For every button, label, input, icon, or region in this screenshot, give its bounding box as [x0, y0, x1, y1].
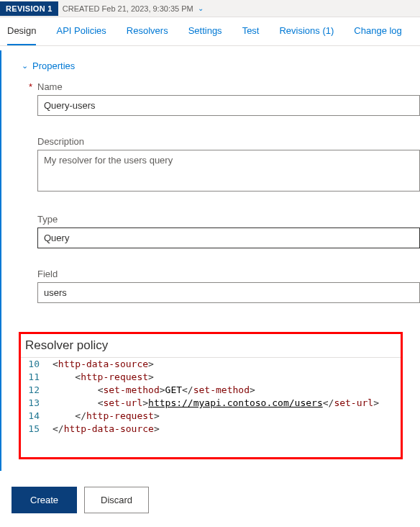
name-row: * Name [37, 81, 420, 116]
code-content: <set-url>https://myapi.contoso.com/users… [52, 397, 379, 410]
resolver-policy-title: Resolver policy [21, 338, 401, 357]
button-bar: Create Discard [0, 471, 420, 513]
properties-label: Properties [32, 60, 75, 71]
tab-resolvers[interactable]: Resolvers [127, 17, 168, 45]
tab-api-policies[interactable]: API Policies [56, 17, 106, 45]
code-content: <http-data-source> [52, 358, 154, 371]
required-asterisk-icon: * [29, 81, 32, 92]
chevron-down-icon[interactable]: ⌄ [193, 4, 204, 12]
line-number: 14 [21, 410, 52, 423]
revision-badge: REVISION 1 [0, 1, 58, 16]
chevron-down-icon: ⌄ [22, 61, 28, 71]
tab-test[interactable]: Test [242, 17, 260, 45]
name-input[interactable] [37, 95, 420, 116]
description-textarea[interactable]: My resolver for the users query [37, 150, 420, 192]
properties-form: * Name Description My resolver for the u… [1, 81, 420, 303]
line-number: 13 [21, 397, 52, 410]
description-label: Description [37, 136, 420, 147]
code-content: <http-request> [52, 371, 154, 384]
code-line: 14 </http-request> [21, 410, 401, 423]
code-content: </http-request> [52, 410, 160, 423]
code-line: 13 <set-url>https://myapi.contoso.com/us… [21, 397, 401, 410]
field-label: Field [37, 269, 420, 279]
code-editor[interactable]: 10 <http-data-source> 11 <http-request> … [21, 357, 401, 436]
line-number: 11 [21, 371, 52, 384]
code-line: 11 <http-request> [21, 371, 401, 384]
resolver-policy-highlight: Resolver policy 10 <http-data-source> 11… [19, 332, 403, 459]
line-number: 12 [21, 384, 52, 397]
tab-settings[interactable]: Settings [188, 17, 222, 45]
tab-change-log[interactable]: Change log [354, 17, 402, 45]
code-line: 15 </http-data-source> [21, 423, 401, 436]
content-panel: ⌄ Properties * Name Description My resol… [0, 50, 420, 471]
line-number: 15 [21, 423, 52, 436]
tabs: Design API Policies Resolvers Settings T… [0, 17, 420, 46]
type-select[interactable] [37, 228, 420, 248]
code-line: 10 <http-data-source> [21, 358, 401, 371]
line-number: 10 [21, 358, 52, 371]
code-content: <set-method>GET</set-method> [52, 384, 255, 397]
properties-section-header[interactable]: ⌄ Properties [1, 60, 420, 71]
description-row: Description My resolver for the users qu… [37, 136, 420, 194]
tab-design[interactable]: Design [7, 17, 36, 45]
field-select[interactable] [37, 282, 420, 303]
type-row: Type [37, 214, 420, 248]
name-label: Name [37, 81, 420, 92]
field-row: Field [37, 269, 420, 303]
revision-bar: REVISION 1 CREATED Feb 21, 2023, 9:30:35… [0, 0, 420, 17]
code-line: 12 <set-method>GET</set-method> [21, 384, 401, 397]
code-content: </http-data-source> [52, 423, 160, 436]
tab-revisions[interactable]: Revisions (1) [279, 17, 334, 45]
discard-button[interactable]: Discard [84, 487, 149, 513]
type-label: Type [37, 214, 420, 225]
revision-created-text: CREATED Feb 21, 2023, 9:30:35 PM [58, 4, 193, 13]
create-button[interactable]: Create [12, 487, 77, 513]
